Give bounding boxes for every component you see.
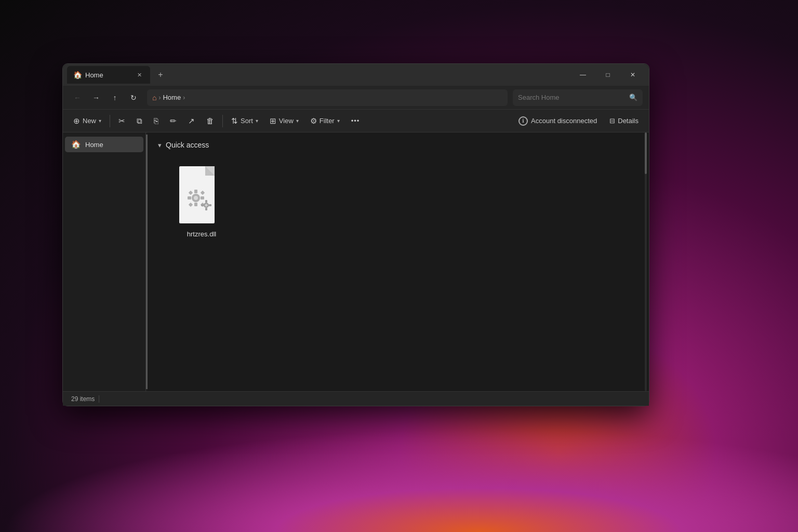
sort-button[interactable]: ⇅ Sort ▾ (226, 113, 263, 129)
breadcrumb-separator-2: › (183, 94, 185, 101)
back-button[interactable]: ← (69, 89, 86, 106)
delete-button[interactable]: 🗑 (201, 113, 219, 129)
view-icon: ⊞ (270, 116, 276, 126)
new-label: New (83, 117, 96, 125)
breadcrumb-separator-1: › (158, 94, 161, 101)
svg-rect-8 (201, 196, 204, 200)
maximize-button[interactable]: □ (596, 66, 620, 83)
quick-access-chevron: ▾ (158, 141, 162, 149)
svg-rect-17 (201, 204, 204, 206)
rename-button[interactable]: ✏ (165, 113, 182, 129)
search-bar[interactable]: 🔍 (513, 89, 643, 106)
account-label: Account disconnected (531, 117, 597, 125)
copy-button[interactable]: ⧉ (131, 113, 148, 129)
new-dropdown-icon: ▾ (99, 118, 101, 124)
filter-label: Filter (320, 117, 335, 125)
details-icon: ⊟ (609, 117, 615, 125)
quick-access-label: Quick access (166, 141, 209, 149)
navigation-bar: ← → ↑ ↻ ⌂ › Home › 🔍 (63, 86, 649, 110)
file-area[interactable]: ▾ Quick access (148, 132, 649, 391)
file-icon-container (176, 164, 228, 226)
new-icon: ⊕ (73, 116, 80, 126)
delete-icon: 🗑 (206, 116, 214, 125)
sort-dropdown-icon: ▾ (256, 118, 258, 124)
status-bar: 29 items (63, 391, 649, 406)
paste-icon: ⎘ (154, 116, 158, 125)
share-icon: ↗ (188, 116, 195, 126)
share-button[interactable]: ↗ (183, 113, 200, 129)
copy-icon: ⧉ (137, 116, 142, 126)
breadcrumb[interactable]: ⌂ › Home › (147, 89, 508, 106)
account-icon: ℹ (518, 116, 528, 126)
scrollbar[interactable] (644, 132, 648, 391)
title-bar: 🏠 Home ✕ + — □ ✕ (63, 64, 649, 86)
scrollbar-thumb[interactable] (645, 132, 647, 174)
forward-button[interactable]: → (88, 89, 104, 106)
toolbar: ⊕ New ▾ ✂ ⧉ ⎘ ✏ ↗ 🗑 ⇅ Sort ▾ ⊞ (63, 110, 649, 132)
svg-rect-18 (209, 204, 211, 206)
up-button[interactable]: ↑ (107, 89, 123, 106)
toolbar-right: ℹ Account disconnected ⊟ Details (513, 114, 644, 128)
filter-dropdown-icon: ▾ (337, 118, 340, 124)
dll-file-svg (178, 165, 225, 225)
details-button[interactable]: ⊟ Details (604, 115, 644, 127)
close-button[interactable]: ✕ (621, 66, 645, 83)
file-item-hrtzres[interactable]: hrtzres.dll (170, 159, 233, 242)
window-controls: — □ ✕ (571, 66, 645, 83)
file-name: hrtzres.dll (187, 230, 216, 238)
search-icon: 🔍 (629, 94, 637, 101)
filter-icon: ⚙ (310, 116, 317, 126)
tab-close-button[interactable]: ✕ (135, 70, 144, 79)
toolbar-separator-1 (110, 115, 110, 127)
view-label: View (279, 117, 294, 125)
minimize-button[interactable]: — (571, 66, 595, 83)
quick-access-header[interactable]: ▾ Quick access (158, 141, 639, 149)
view-dropdown-icon: ▾ (296, 118, 299, 124)
tab-home-label: Home (85, 71, 103, 79)
home-icon: 🏠 (71, 140, 81, 149)
search-input[interactable] (518, 94, 626, 101)
details-label: Details (618, 117, 639, 125)
refresh-button[interactable]: ↻ (125, 89, 142, 106)
file-grid: hrtzres.dll (158, 159, 639, 242)
svg-rect-5 (194, 190, 197, 193)
sort-label: Sort (241, 117, 253, 125)
item-count: 29 items (71, 395, 95, 403)
tab-home-icon: 🏠 (73, 71, 82, 79)
file-explorer-window: 🏠 Home ✕ + — □ ✕ ← → ↑ ↻ ⌂ › Home › 🔍 ⊕ (62, 63, 649, 406)
svg-rect-16 (205, 208, 207, 210)
svg-point-14 (205, 204, 208, 206)
sort-icon: ⇅ (231, 116, 238, 126)
sidebar-item-home[interactable]: 🏠 Home (65, 137, 143, 152)
more-icon: ••• (351, 117, 360, 125)
new-button[interactable]: ⊕ New ▾ (68, 113, 107, 129)
status-separator (99, 395, 99, 403)
active-tab[interactable]: 🏠 Home ✕ (67, 66, 150, 84)
svg-rect-7 (188, 196, 191, 200)
rename-icon: ✏ (170, 116, 177, 126)
scrollbar-track (645, 132, 647, 391)
view-button[interactable]: ⊞ View ▾ (264, 113, 304, 129)
paste-button[interactable]: ⎘ (149, 113, 164, 129)
sidebar: 🏠 Home (63, 132, 146, 391)
account-disconnected-button[interactable]: ℹ Account disconnected (513, 114, 602, 128)
main-content: 🏠 Home ▾ Quick access (63, 132, 649, 391)
sidebar-item-home-label: Home (85, 141, 103, 149)
new-tab-button[interactable]: + (152, 66, 169, 83)
breadcrumb-page: Home (163, 94, 181, 101)
filter-button[interactable]: ⚙ Filter ▾ (305, 113, 345, 129)
cut-icon: ✂ (118, 116, 125, 126)
svg-rect-15 (205, 200, 207, 203)
cut-button[interactable]: ✂ (113, 113, 130, 129)
svg-rect-6 (194, 203, 197, 206)
svg-point-4 (194, 196, 198, 200)
breadcrumb-home-icon: ⌂ (152, 94, 156, 102)
more-button[interactable]: ••• (346, 113, 365, 129)
toolbar-separator-2 (222, 115, 223, 127)
